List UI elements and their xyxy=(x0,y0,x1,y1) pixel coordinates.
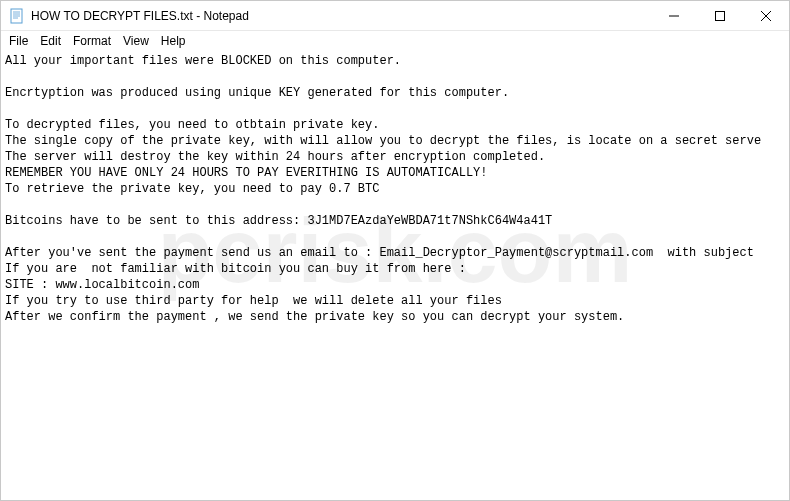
text-line: After we confirm the payment , we send t… xyxy=(5,310,624,324)
maximize-button[interactable] xyxy=(697,1,743,30)
text-line: All your important files were BLOCKED on… xyxy=(5,54,401,68)
menu-file[interactable]: File xyxy=(3,33,34,49)
text-line: To retrieve the private key, you need to… xyxy=(5,182,379,196)
menubar: File Edit Format View Help xyxy=(1,31,789,51)
text-line: The server will destroy the key within 2… xyxy=(5,150,545,164)
window-title: HOW TO DECRYPT FILES.txt - Notepad xyxy=(31,9,651,23)
text-line: The single copy of the private key, with… xyxy=(5,134,761,148)
text-line: REMEMBER YOU HAVE ONLY 24 HOURS TO PAY E… xyxy=(5,166,487,180)
text-line: Bitcoins have to be sent to this address… xyxy=(5,214,552,228)
close-button[interactable] xyxy=(743,1,789,30)
menu-view[interactable]: View xyxy=(117,33,155,49)
titlebar[interactable]: HOW TO DECRYPT FILES.txt - Notepad xyxy=(1,1,789,31)
text-line: If you try to use third party for help w… xyxy=(5,294,502,308)
text-line: To decrypted files, you need to otbtain … xyxy=(5,118,379,132)
menu-format[interactable]: Format xyxy=(67,33,117,49)
notepad-icon xyxy=(9,8,25,24)
menu-edit[interactable]: Edit xyxy=(34,33,67,49)
menu-help[interactable]: Help xyxy=(155,33,192,49)
svg-rect-6 xyxy=(716,11,725,20)
minimize-button[interactable] xyxy=(651,1,697,30)
notepad-window: HOW TO DECRYPT FILES.txt - Notepad File … xyxy=(0,0,790,501)
text-line: After you've sent the payment send us an… xyxy=(5,246,761,260)
text-line: If you are not familiar with bitcoin you… xyxy=(5,262,466,276)
text-area[interactable]: All your important files were BLOCKED on… xyxy=(1,51,789,500)
text-line: Encrtyption was produced using unique KE… xyxy=(5,86,509,100)
text-line: SITE : www.localbitcoin.com xyxy=(5,278,199,292)
window-controls xyxy=(651,1,789,30)
